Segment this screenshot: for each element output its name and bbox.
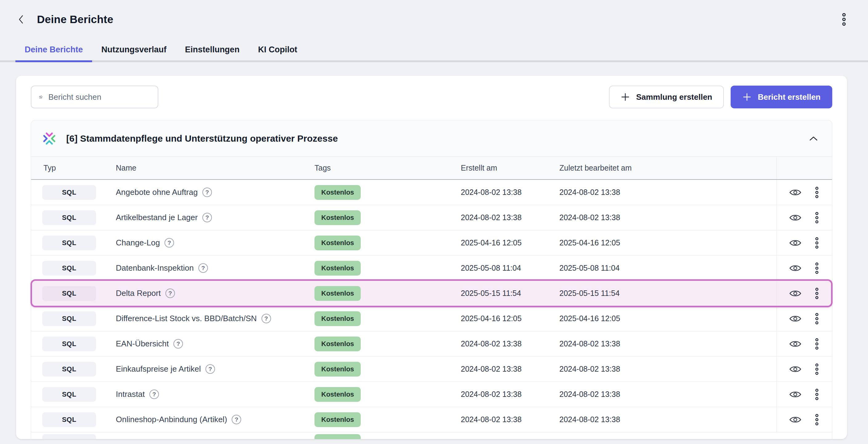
created-at (459, 433, 558, 439)
collection-header[interactable]: [6] Stammdatenpflege und Unterstützung o… (31, 120, 832, 156)
modified-at: 2024-08-02 13:38 (558, 407, 777, 432)
help-icon[interactable]: ? (165, 288, 175, 298)
create-collection-label: Sammlung erstellen (636, 92, 712, 102)
help-icon[interactable]: ? (198, 263, 208, 273)
toolbar: Sammlung erstellen Bericht erstellen (31, 86, 832, 108)
table-row-difference-list-stock-vs-bbd-batch-sn[interactable]: SQL Difference-List Stock vs. BBD/Batch/… (31, 306, 832, 331)
tag-badge: Kostenlos (314, 286, 361, 301)
row-menu-button[interactable] (815, 288, 819, 299)
kebab-vertical-icon (815, 414, 819, 425)
create-collection-button[interactable]: Sammlung erstellen (609, 86, 724, 108)
kebab-vertical-icon (815, 363, 819, 375)
created-at: 2025-04-16 12:05 (459, 230, 558, 255)
kebab-vertical-icon (815, 262, 819, 274)
tag-badge: Kostenlos (314, 362, 361, 377)
kebab-vertical-icon (815, 338, 819, 350)
view-report-button[interactable] (789, 264, 802, 273)
view-report-button[interactable] (789, 390, 802, 399)
app-screen: Deine Berichte Deine BerichteNutzungsver… (0, 0, 868, 444)
tab-ki-copilot[interactable]: KI Copilot (249, 39, 307, 60)
kebab-vertical-icon (842, 13, 846, 26)
table-row-datenbank-inspektion[interactable]: SQL Datenbank-Inspektion ? Kostenlos 202… (31, 256, 832, 281)
eye-icon (789, 314, 802, 323)
search-box[interactable] (31, 86, 158, 108)
row-menu-button[interactable] (815, 212, 819, 224)
table-row-delta-report[interactable]: SQL Delta Report ? Kostenlos 2025-05-15 … (31, 281, 832, 306)
view-report-button[interactable] (789, 340, 802, 348)
page-title: Deine Berichte (37, 13, 113, 26)
create-report-button[interactable]: Bericht erstellen (731, 86, 832, 108)
help-icon[interactable]: ? (203, 213, 212, 222)
tag-badge: Kostenlos (314, 261, 361, 276)
modified-at: 2024-08-02 13:38 (558, 382, 777, 407)
row-menu-button[interactable] (815, 313, 819, 324)
row-menu-button[interactable] (815, 338, 819, 350)
help-icon[interactable]: ? (261, 314, 271, 323)
table-row-onlineshop-anbindung-artikel[interactable]: SQL Onlineshop-Anbindung (Artikel) ? Kos… (31, 407, 832, 432)
created-at: 2024-08-02 13:38 (459, 382, 558, 407)
view-report-button[interactable] (789, 314, 802, 323)
modified-at: 2024-08-02 13:38 (558, 356, 777, 381)
created-at: 2025-05-08 11:04 (459, 256, 558, 281)
eye-icon (789, 365, 802, 374)
table-row-einkaufspreise-je-artikel[interactable]: SQL Einkaufspreise je Artikel ? Kostenlo… (31, 356, 832, 382)
search-input[interactable] (49, 92, 152, 102)
page-menu-button[interactable] (837, 12, 851, 26)
tag-badge: Kostenlos (314, 311, 361, 326)
table-row-intrastat[interactable]: SQL Intrastat ? Kostenlos 2024-08-02 13:… (31, 382, 832, 407)
view-report-button[interactable] (789, 365, 802, 374)
chevron-up-icon (809, 136, 818, 141)
type-badge: SQL (42, 261, 96, 276)
tab-deine-berichte[interactable]: Deine Berichte (16, 39, 92, 60)
report-name: Datenbank-Inspektion (116, 263, 194, 273)
help-icon[interactable]: ? (231, 415, 241, 424)
created-at: 2024-08-02 13:38 (459, 407, 558, 432)
view-report-button[interactable] (789, 188, 802, 197)
eye-icon (789, 264, 802, 273)
collection-section: [6] Stammdatenpflege und Unterstützung o… (31, 120, 832, 439)
help-icon[interactable]: ? (203, 188, 212, 197)
column-header-erstellt-am: Erstellt am (459, 157, 558, 179)
created-at: 2025-04-16 12:05 (459, 306, 558, 331)
help-icon[interactable]: ? (149, 389, 159, 399)
table-row-change-log[interactable]: SQL Change-Log ? Kostenlos 2025-04-16 12… (31, 230, 832, 256)
column-header-actions (777, 157, 831, 179)
view-report-button[interactable] (789, 239, 802, 247)
collapse-section-button[interactable] (807, 132, 820, 145)
help-icon[interactable]: ? (164, 238, 174, 248)
type-badge: SQL (42, 387, 96, 402)
help-icon[interactable]: ? (206, 364, 215, 374)
table-row-ean-bersicht[interactable]: SQL EAN-Übersicht ? Kostenlos 2024-08-02… (31, 331, 832, 356)
table-row-angebote-ohne-auftrag[interactable]: SQL Angebote ohne Auftrag ? Kostenlos 20… (31, 180, 832, 205)
table-row-artikelbestand-je-lager[interactable]: SQL Artikelbestand je Lager ? Kostenlos … (31, 205, 832, 230)
back-button[interactable] (15, 13, 27, 26)
row-menu-button[interactable] (815, 262, 819, 274)
row-menu-button[interactable] (815, 187, 819, 198)
report-name: EAN-Übersicht (116, 339, 169, 349)
row-menu-button[interactable] (815, 363, 819, 375)
tag-badge: Kostenlos (314, 387, 361, 402)
report-name: Angebote ohne Auftrag (116, 188, 198, 197)
modified-at: 2025-05-15 11:54 (558, 281, 777, 306)
tab-nutzungsverlauf[interactable]: Nutzungsverlauf (92, 39, 176, 60)
tag-badge: Kostenlos (314, 412, 361, 427)
modified-at: 2025-05-08 11:04 (558, 256, 777, 281)
view-report-button[interactable] (789, 415, 802, 424)
create-report-label: Bericht erstellen (758, 92, 820, 102)
created-at: 2025-05-15 11:54 (459, 281, 558, 306)
help-icon[interactable]: ? (174, 339, 183, 349)
reports-card: Sammlung erstellen Bericht erstellen (16, 76, 847, 439)
row-menu-button[interactable] (815, 237, 819, 249)
modified-at: 2024-08-02 13:38 (558, 331, 777, 356)
type-badge: SQL (42, 434, 96, 439)
view-report-button[interactable] (789, 213, 802, 222)
row-menu-button[interactable] (815, 414, 819, 425)
modified-at: 2025-04-16 12:05 (558, 306, 777, 331)
tab-einstellungen[interactable]: Einstellungen (176, 39, 249, 60)
report-name: Difference-List Stock vs. BBD/Batch/SN (116, 314, 257, 323)
view-report-button[interactable] (789, 289, 802, 298)
report-name: Delta Report (116, 288, 161, 298)
eye-icon (789, 213, 802, 222)
row-menu-button[interactable] (815, 388, 819, 400)
table-row-partial[interactable]: SQL Kostenlos (31, 433, 832, 439)
